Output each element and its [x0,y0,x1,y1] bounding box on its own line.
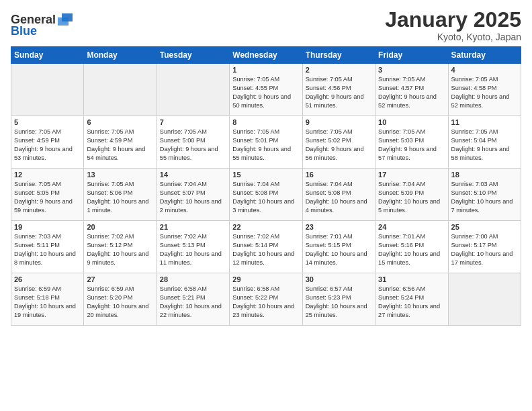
daylight-text: Daylight: 9 hours and 53 minutes. [14,146,73,161]
sunset-text: Sunset: 5:13 PM [160,242,206,248]
weekday-header-monday: Monday [84,47,157,64]
day-info: Sunrise: 7:05 AMSunset: 4:59 PMDaylight:… [87,128,153,163]
sunrise-text: Sunrise: 7:04 AM [306,181,353,187]
sunset-text: Sunset: 5:23 PM [306,294,351,301]
sunrise-text: Sunrise: 7:05 AM [306,128,353,135]
sunrise-text: Sunrise: 7:05 AM [87,181,134,187]
calendar-cell: 19Sunrise: 7:03 AMSunset: 5:11 PMDayligh… [11,221,84,273]
sunrise-text: Sunrise: 7:05 AM [232,128,279,135]
day-number: 6 [87,118,153,126]
sunset-text: Sunset: 5:15 PM [306,242,351,248]
day-number: 7 [160,118,226,126]
sunrise-text: Sunrise: 7:01 AM [306,233,353,240]
day-number: 18 [451,171,518,179]
week-row-1: 1Sunrise: 7:05 AMSunset: 4:55 PMDaylight… [11,64,521,116]
day-info: Sunrise: 7:05 AMSunset: 5:00 PMDaylight:… [160,128,226,163]
calendar-cell: 27Sunrise: 6:59 AMSunset: 5:20 PMDayligh… [84,273,157,326]
sunrise-text: Sunrise: 6:58 AM [160,285,207,292]
day-info: Sunrise: 7:02 AMSunset: 5:12 PMDaylight:… [87,232,153,267]
daylight-text: Daylight: 9 hours and 55 minutes. [160,146,218,161]
title-block: January 2025 Kyoto, Kyoto, Japan [385,8,521,42]
calendar-cell: 8Sunrise: 7:05 AMSunset: 5:01 PMDaylight… [230,116,302,169]
daylight-text: Daylight: 10 hours and 11 minutes. [160,250,222,266]
sunrise-text: Sunrise: 6:58 AM [232,285,279,292]
week-row-2: 5Sunrise: 7:05 AMSunset: 4:59 PMDaylight… [11,116,521,169]
sunset-text: Sunset: 5:04 PM [451,137,497,144]
sunset-text: Sunset: 4:59 PM [14,137,60,144]
calendar-cell: 2Sunrise: 7:05 AMSunset: 4:56 PMDaylight… [302,64,375,116]
day-number: 10 [378,118,445,126]
day-info: Sunrise: 7:05 AMSunset: 5:04 PMDaylight:… [451,128,518,163]
sunrise-text: Sunrise: 7:04 AM [378,181,425,187]
sunset-text: Sunset: 5:08 PM [232,189,278,196]
day-info: Sunrise: 6:59 AMSunset: 5:18 PMDaylight:… [14,285,81,320]
day-number: 22 [232,223,299,231]
daylight-text: Daylight: 10 hours and 3 minutes. [232,198,294,214]
calendar-cell: 5Sunrise: 7:05 AMSunset: 4:59 PMDaylight… [11,116,84,169]
sunrise-text: Sunrise: 7:05 AM [87,128,134,135]
day-number: 2 [306,66,372,74]
day-number: 8 [232,118,299,126]
week-row-5: 26Sunrise: 6:59 AMSunset: 5:18 PMDayligh… [11,273,521,326]
sunrise-text: Sunrise: 7:00 AM [451,233,498,240]
daylight-text: Daylight: 10 hours and 23 minutes. [232,303,294,318]
day-number: 1 [232,66,299,74]
sunset-text: Sunset: 5:07 PM [160,189,206,196]
sunrise-text: Sunrise: 7:03 AM [451,181,498,187]
daylight-text: Daylight: 10 hours and 9 minutes. [87,250,148,266]
sunrise-text: Sunrise: 7:05 AM [451,76,498,83]
daylight-text: Daylight: 9 hours and 54 minutes. [87,146,145,161]
sunrise-text: Sunrise: 7:03 AM [14,233,61,240]
weekday-header-thursday: Thursday [302,47,375,64]
day-number: 20 [87,223,153,231]
calendar-cell: 22Sunrise: 7:02 AMSunset: 5:14 PMDayligh… [230,221,302,273]
sunset-text: Sunset: 5:03 PM [378,137,424,144]
calendar-cell: 28Sunrise: 6:58 AMSunset: 5:21 PMDayligh… [157,273,229,326]
sunset-text: Sunset: 4:58 PM [451,85,497,91]
calendar-cell: 20Sunrise: 7:02 AMSunset: 5:12 PMDayligh… [84,221,157,273]
calendar-cell: 3Sunrise: 7:05 AMSunset: 4:57 PMDaylight… [375,64,448,116]
day-info: Sunrise: 7:02 AMSunset: 5:13 PMDaylight:… [160,232,226,267]
day-number: 19 [14,223,81,231]
day-info: Sunrise: 7:05 AMSunset: 4:58 PMDaylight:… [451,75,518,110]
calendar-cell [157,64,229,116]
day-info: Sunrise: 7:03 AMSunset: 5:10 PMDaylight:… [451,180,518,215]
day-info: Sunrise: 7:04 AMSunset: 5:08 PMDaylight:… [232,180,299,215]
calendar-cell: 18Sunrise: 7:03 AMSunset: 5:10 PMDayligh… [448,169,521,221]
day-info: Sunrise: 7:05 AMSunset: 5:02 PMDaylight:… [306,128,372,163]
sunrise-text: Sunrise: 7:05 AM [451,128,498,135]
logo: General Blue [11,12,74,38]
day-info: Sunrise: 6:56 AMSunset: 5:24 PMDaylight:… [378,285,445,320]
calendar-cell: 13Sunrise: 7:05 AMSunset: 5:06 PMDayligh… [84,169,157,221]
day-number: 29 [232,275,299,283]
daylight-text: Daylight: 9 hours and 50 minutes. [232,93,291,109]
sunset-text: Sunset: 5:08 PM [306,189,351,196]
calendar-cell [448,273,521,326]
calendar-cell: 25Sunrise: 7:00 AMSunset: 5:17 PMDayligh… [448,221,521,273]
day-info: Sunrise: 7:04 AMSunset: 5:08 PMDaylight:… [306,180,372,215]
calendar-cell: 14Sunrise: 7:04 AMSunset: 5:07 PMDayligh… [157,169,229,221]
sunset-text: Sunset: 5:22 PM [232,294,278,301]
sunrise-text: Sunrise: 7:02 AM [87,233,134,240]
day-number: 21 [160,223,226,231]
sunset-text: Sunset: 5:09 PM [378,189,424,196]
sunset-text: Sunset: 5:16 PM [378,242,424,248]
day-info: Sunrise: 7:03 AMSunset: 5:11 PMDaylight:… [14,232,81,267]
sunset-text: Sunset: 5:17 PM [451,242,497,248]
day-number: 17 [378,171,445,179]
day-info: Sunrise: 7:04 AMSunset: 5:09 PMDaylight:… [378,180,445,215]
sunrise-text: Sunrise: 6:59 AM [14,285,61,292]
sunset-text: Sunset: 4:55 PM [232,85,278,91]
day-number: 26 [14,275,81,283]
sunrise-text: Sunrise: 7:05 AM [14,128,61,135]
sunset-text: Sunset: 5:00 PM [160,137,206,144]
day-info: Sunrise: 7:05 AMSunset: 4:57 PMDaylight:… [378,75,445,110]
weekday-header-tuesday: Tuesday [157,47,229,64]
weekday-header-wednesday: Wednesday [230,47,302,64]
sunrise-text: Sunrise: 6:57 AM [306,285,353,292]
day-info: Sunrise: 7:05 AMSunset: 4:56 PMDaylight:… [306,75,372,110]
day-number: 31 [378,275,445,283]
calendar-cell: 23Sunrise: 7:01 AMSunset: 5:15 PMDayligh… [302,221,375,273]
day-info: Sunrise: 7:01 AMSunset: 5:15 PMDaylight:… [306,232,372,267]
day-number: 4 [451,66,518,74]
